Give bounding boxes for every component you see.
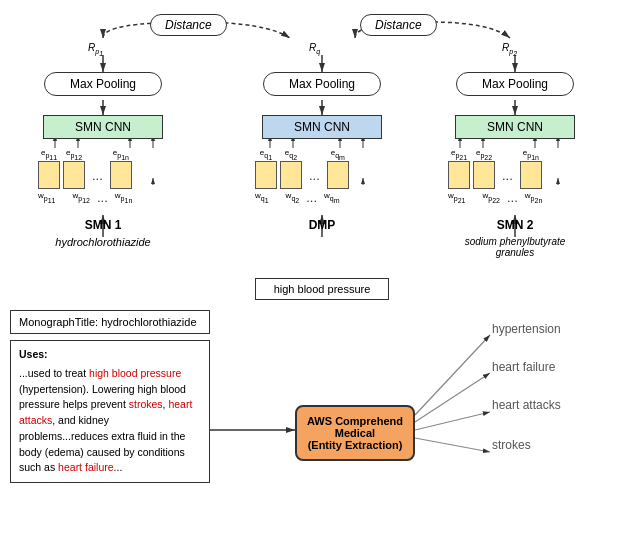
dmp-section-label: DMP (262, 218, 382, 232)
uses-text-1: ...used to treat (19, 367, 89, 379)
r-label-p2: Rp2 (502, 42, 517, 57)
entity-strokes: strokes (492, 438, 531, 452)
distance-pill-left: Distance (150, 14, 227, 36)
embedding-row-dmp: eq1 eq2 ... eqm (255, 148, 349, 189)
smn2-input-label: sodium phenylbutyrate granules (455, 236, 575, 258)
svg-line-36 (415, 335, 490, 415)
dmp-input-label: high blood pressure (255, 278, 389, 300)
entity-hypertension: hypertension (492, 322, 561, 336)
smn-cnn-smn1: SMN CNN (43, 115, 163, 139)
smn-cnn-smn2: SMN CNN (455, 115, 575, 139)
r-label-p1: Rp1 (88, 42, 103, 57)
aws-line2: (Entity Extraction) (307, 439, 403, 451)
max-pooling-dmp: Max Pooling (263, 72, 381, 96)
distance-pill-right: Distance (360, 14, 437, 36)
aws-line1: AWS Comprehend Medical (307, 415, 403, 439)
monograph-title-text: MonographTitle: hydrochlorothiazide (19, 316, 197, 328)
uses-red-strokes: strokes (129, 398, 163, 410)
smn2-section-label: SMN 2 (455, 218, 575, 232)
word-row-smn1: wp11 wp12 ... wp1n (38, 190, 132, 205)
entity-heart-failure: heart failure (492, 360, 555, 374)
word-row-dmp: wq1 wq2 ... wqm (255, 190, 340, 205)
uses-red-hbp: high blood pressure (89, 367, 181, 379)
svg-line-39 (415, 438, 490, 452)
max-pooling-smn2: Max Pooling (456, 72, 574, 96)
aws-box: AWS Comprehend Medical (Entity Extractio… (295, 405, 415, 461)
r-label-q: Rq (309, 42, 320, 55)
embedding-row-smn2: ep21 ep22 ... ep1n (448, 148, 542, 189)
smn1-input-label: hydrochlorothiazide (43, 236, 163, 248)
uses-red-heart-failure: heart failure (58, 461, 113, 473)
embedding-row-smn1: ep11 ep12 ... ep1n (38, 148, 132, 189)
uses-content: ...used to treat high blood pressure (hy… (19, 366, 201, 476)
uses-box: Uses: ...used to treat high blood pressu… (10, 340, 210, 483)
diagram-container: Distance Distance Rp1 Rq Rp2 Max Pooling… (0, 0, 640, 535)
entity-heart-attacks: heart attacks (492, 398, 561, 412)
uses-title: Uses: (19, 347, 201, 363)
uses-text-5: ... (114, 461, 123, 473)
svg-line-37 (415, 373, 490, 422)
word-row-smn2: wp21 wp22 ... wp2n (448, 190, 542, 205)
svg-line-38 (415, 412, 490, 430)
monograph-box: MonographTitle: hydrochlorothiazide (10, 310, 210, 334)
smn-cnn-dmp: SMN CNN (262, 115, 382, 139)
smn1-section-label: SMN 1 (43, 218, 163, 232)
max-pooling-smn1: Max Pooling (44, 72, 162, 96)
